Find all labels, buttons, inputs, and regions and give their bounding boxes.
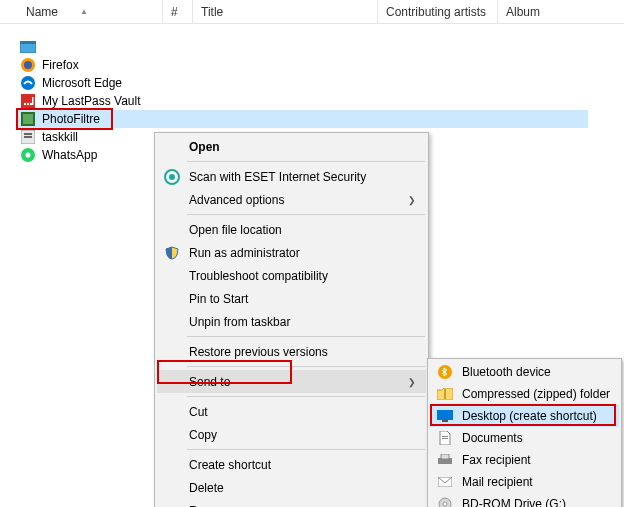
menu-restore-versions[interactable]: Restore previous versions: [157, 340, 426, 363]
disc-icon: [436, 495, 454, 507]
menu-unpin-from-taskbar[interactable]: Unpin from taskbar: [157, 310, 426, 333]
lastpass-icon: [20, 93, 36, 109]
file-label: My LastPass Vault: [42, 94, 140, 108]
menu-create-shortcut[interactable]: Create shortcut: [157, 453, 426, 476]
zip-folder-icon: [436, 385, 454, 403]
separator: [187, 396, 425, 397]
window-icon: [20, 39, 36, 55]
firefox-icon: [20, 57, 36, 73]
svg-rect-9: [32, 97, 34, 105]
menu-advanced-options[interactable]: Advanced options ❯: [157, 188, 426, 211]
fax-icon: [436, 451, 454, 469]
shield-icon: [163, 244, 181, 262]
photofiltre-icon: [20, 111, 36, 127]
file-label: WhatsApp: [42, 148, 97, 162]
sendto-compressed[interactable]: Compressed (zipped) folder: [430, 383, 619, 405]
svg-rect-13: [24, 133, 32, 135]
list-item[interactable]: [18, 38, 624, 56]
col-contributing-artists[interactable]: Contributing artists: [378, 0, 498, 23]
file-label: taskkill: [42, 130, 78, 144]
file-label: Microsoft Edge: [42, 76, 122, 90]
file-label: Firefox: [42, 58, 79, 72]
menu-run-as-admin[interactable]: Run as administrator: [157, 241, 426, 264]
svg-rect-1: [20, 41, 36, 44]
col-name-label: Name: [26, 5, 58, 19]
svg-point-3: [24, 61, 32, 69]
desktop-icon: [436, 407, 454, 425]
svg-rect-23: [442, 438, 448, 439]
svg-rect-21: [442, 420, 448, 422]
col-number[interactable]: #: [163, 0, 193, 23]
menu-send-to[interactable]: Send to ❯: [157, 370, 426, 393]
context-menu: Open Scan with ESET Internet Security Ad…: [154, 132, 429, 507]
file-label: PhotoFiltre: [42, 112, 100, 126]
menu-cut[interactable]: Cut: [157, 400, 426, 423]
list-item-selected[interactable]: PhotoFiltre: [18, 110, 588, 128]
eset-icon: [163, 168, 181, 186]
menu-rename[interactable]: Rename: [157, 499, 426, 507]
sort-asc-icon: ▲: [80, 7, 88, 16]
sendto-fax[interactable]: Fax recipient: [430, 449, 619, 471]
svg-point-4: [21, 76, 35, 90]
edge-icon: [20, 75, 36, 91]
separator: [187, 366, 425, 367]
menu-scan-eset[interactable]: Scan with ESET Internet Security: [157, 165, 426, 188]
svg-point-7: [27, 103, 29, 105]
bluetooth-icon: [436, 363, 454, 381]
whatsapp-icon: [20, 147, 36, 163]
svg-rect-20: [437, 410, 453, 420]
document-icon: [436, 429, 454, 447]
svg-rect-19: [444, 389, 446, 399]
svg-point-17: [169, 174, 175, 180]
menu-open[interactable]: Open: [157, 135, 426, 158]
list-item[interactable]: My LastPass Vault: [18, 92, 624, 110]
list-item[interactable]: Microsoft Edge: [18, 74, 624, 92]
menu-pin-to-start[interactable]: Pin to Start: [157, 287, 426, 310]
sendto-bluetooth[interactable]: Bluetooth device: [430, 361, 619, 383]
svg-point-8: [30, 103, 32, 105]
send-to-submenu: Bluetooth device Compressed (zipped) fol…: [427, 358, 622, 507]
sendto-mail[interactable]: Mail recipient: [430, 471, 619, 493]
taskkill-icon: [20, 129, 36, 145]
chevron-right-icon: ❯: [408, 195, 416, 205]
svg-point-28: [443, 502, 447, 506]
menu-delete[interactable]: Delete: [157, 476, 426, 499]
svg-rect-14: [24, 136, 32, 138]
col-album[interactable]: Album: [498, 0, 624, 23]
col-name[interactable]: Name ▲: [18, 0, 163, 23]
svg-rect-11: [23, 114, 33, 124]
column-header-row: Name ▲ # Title Contributing artists Albu…: [0, 0, 624, 24]
separator: [187, 336, 425, 337]
separator: [187, 449, 425, 450]
svg-point-6: [24, 103, 26, 105]
menu-open-file-location[interactable]: Open file location: [157, 218, 426, 241]
chevron-right-icon: ❯: [408, 377, 416, 387]
svg-rect-22: [442, 436, 448, 437]
svg-rect-25: [441, 454, 449, 459]
sendto-desktop[interactable]: Desktop (create shortcut): [430, 405, 619, 427]
menu-troubleshoot[interactable]: Troubleshoot compatibility: [157, 264, 426, 287]
col-title[interactable]: Title: [193, 0, 378, 23]
sendto-documents[interactable]: Documents: [430, 427, 619, 449]
separator: [187, 161, 425, 162]
sendto-bdrom[interactable]: BD-ROM Drive (G:): [430, 493, 619, 507]
separator: [187, 214, 425, 215]
menu-copy[interactable]: Copy: [157, 423, 426, 446]
list-item[interactable]: Firefox: [18, 56, 624, 74]
mail-icon: [436, 473, 454, 491]
